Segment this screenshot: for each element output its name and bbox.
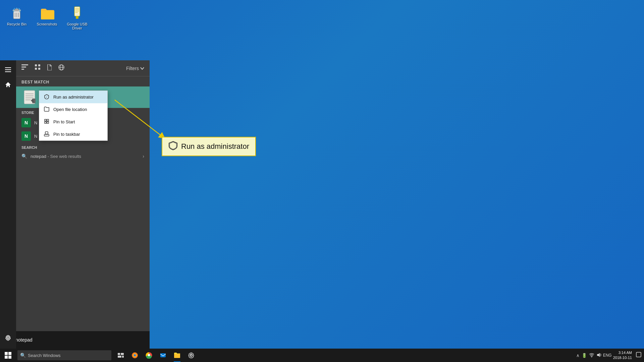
svg-rect-9 — [75, 8, 79, 9]
svg-rect-14 — [5, 69, 11, 70]
store-item-2-name: N — [34, 134, 37, 139]
svg-rect-37 — [47, 122, 49, 123]
filter-docs-icon[interactable] — [47, 64, 52, 72]
svg-rect-2 — [15, 9, 18, 10]
svg-rect-11 — [75, 11, 79, 11]
svg-rect-45 — [122, 356, 124, 358]
outlook-btn[interactable] — [156, 349, 170, 362]
svg-rect-22 — [35, 68, 37, 70]
recycle-bin-label: Recycle Bin — [7, 22, 26, 26]
ctx-pin-start-label: Pin to Start — [53, 119, 75, 124]
web-search-text: notepad - See web results — [31, 154, 81, 159]
start-search-box: 🔍 — [0, 331, 150, 349]
svg-rect-8 — [76, 16, 78, 19]
context-menu: ✓ Run as administrator Open file locatio… — [39, 90, 108, 141]
nav-settings[interactable] — [0, 331, 16, 345]
desktop-icons: Recycle Bin Screenshots — [0, 0, 94, 35]
ctx-open-location[interactable]: Open file location — [39, 103, 107, 116]
settings-btn[interactable] — [184, 349, 198, 362]
nav-home[interactable] — [0, 78, 16, 91]
svg-rect-20 — [35, 64, 37, 66]
search-section-label: Search — [16, 143, 150, 151]
svg-rect-38 — [44, 134, 49, 136]
web-search-item[interactable]: 🔍 notepad - See web results › — [16, 151, 150, 162]
filter-web-icon[interactable] — [58, 64, 64, 72]
nav-hamburger[interactable] — [0, 63, 16, 76]
svg-rect-10 — [75, 9, 79, 10]
notification-icon[interactable] — [636, 352, 641, 359]
screenshots-label: Screenshots — [37, 22, 57, 26]
ctx-pin-taskbar-label: Pin to taskbar — [53, 132, 80, 137]
task-view-btn[interactable] — [114, 349, 127, 362]
run-admin-icon: ✓ — [44, 94, 50, 100]
filter-apps-icon[interactable] — [35, 64, 40, 72]
start-button[interactable] — [0, 349, 16, 362]
battery-icon[interactable]: 🔋 — [582, 353, 587, 358]
screenshots-icon[interactable]: Screenshots — [34, 3, 60, 27]
svg-rect-52 — [160, 353, 166, 357]
language-indicator[interactable]: ENG — [603, 353, 612, 358]
svg-rect-55 — [636, 352, 641, 357]
svg-rect-12 — [75, 12, 78, 13]
taskbar-tray: ∧ 🔋 ENG 3:14 AM 2018-10-11 — [576, 350, 644, 361]
volume-icon[interactable] — [596, 353, 602, 358]
ctx-pin-taskbar[interactable]: Pin to taskbar — [39, 128, 107, 140]
ctx-pin-start[interactable]: Pin to Start — [39, 116, 107, 128]
store-item-1-name: N — [34, 120, 37, 125]
start-nav — [0, 60, 16, 349]
ctx-run-admin-label: Run as administrator — [53, 95, 94, 100]
svg-point-53 — [190, 354, 192, 356]
web-search-arrow-icon: › — [143, 154, 144, 159]
svg-point-54 — [591, 356, 592, 357]
svg-point-51 — [148, 354, 150, 356]
filter-text: Filters — [126, 66, 139, 71]
tray-chevron[interactable]: ∧ — [576, 353, 580, 358]
taskbar: 🔍 Search Windows — [0, 349, 644, 362]
pin-taskbar-icon — [44, 131, 50, 137]
svg-rect-17 — [21, 64, 28, 65]
google-usb-label: Google USB Driver — [65, 22, 89, 30]
svg-rect-42 — [118, 353, 120, 355]
tray-icons: ∧ 🔋 — [576, 353, 602, 358]
filter-all-icon[interactable] — [21, 64, 28, 72]
taskbar-search-placeholder: Search Windows — [28, 353, 61, 358]
svg-rect-39 — [45, 132, 48, 134]
store-item-2-icon: N — [21, 131, 31, 141]
google-usb-icon[interactable]: Google USB Driver — [64, 3, 91, 32]
svg-point-16 — [7, 337, 9, 339]
notepad-app-icon — [21, 89, 38, 105]
windows-logo-icon — [5, 352, 11, 359]
best-match-label: Best match — [16, 76, 150, 86]
ctx-run-admin[interactable]: ✓ Run as administrator — [39, 91, 107, 103]
open-location-icon — [44, 106, 50, 113]
file-explorer-btn[interactable] — [170, 349, 184, 362]
pin-start-icon — [44, 119, 50, 125]
filter-dropdown[interactable]: Filters — [126, 66, 144, 71]
start-search-input[interactable] — [15, 337, 144, 343]
svg-point-48 — [134, 354, 136, 356]
taskbar-search-icon: 🔍 — [20, 353, 26, 358]
svg-rect-36 — [45, 122, 46, 123]
svg-rect-44 — [118, 356, 121, 358]
svg-rect-13 — [5, 67, 11, 68]
filter-bar: Filters — [16, 60, 150, 76]
clock[interactable]: 3:14 AM 2018-10-11 — [613, 350, 632, 361]
svg-rect-43 — [121, 353, 124, 355]
svg-rect-19 — [21, 69, 24, 70]
search-magnifier-icon: 🔍 — [21, 154, 27, 159]
firefox-btn[interactable] — [128, 349, 142, 362]
callout-box: Run as administrator — [162, 137, 256, 156]
svg-rect-18 — [21, 67, 26, 68]
svg-text:✓: ✓ — [46, 96, 48, 98]
svg-rect-35 — [47, 119, 49, 121]
callout-shield-icon — [168, 141, 178, 152]
wifi-icon[interactable] — [589, 353, 594, 358]
desktop: Recycle Bin Screenshots — [0, 0, 644, 362]
taskbar-search[interactable]: 🔍 Search Windows — [17, 350, 111, 360]
svg-rect-15 — [5, 71, 11, 72]
chrome-btn[interactable] — [142, 349, 156, 362]
filter-icons — [21, 64, 64, 72]
ctx-open-location-label: Open file location — [53, 107, 87, 112]
recycle-bin-icon[interactable]: Recycle Bin — [3, 3, 30, 27]
svg-rect-34 — [45, 119, 46, 121]
